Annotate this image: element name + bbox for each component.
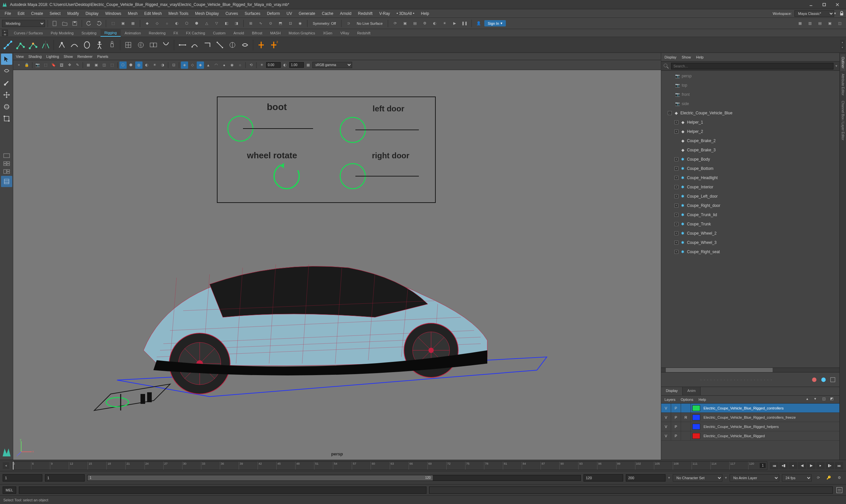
shelf-tab-sculpt[interactable]: Sculpting bbox=[78, 30, 101, 36]
menu-uv[interactable]: UV bbox=[283, 10, 295, 17]
ik-spline-icon[interactable] bbox=[68, 39, 80, 51]
exposure-icon[interactable]: ☀ bbox=[258, 61, 266, 69]
shelf-tab-mash[interactable]: MASH bbox=[266, 30, 285, 36]
mesh-wheel-2[interactable]: +✱Coupe_Wheel_2 bbox=[661, 229, 840, 238]
layout2-button[interactable] bbox=[1, 160, 12, 167]
shelf-tab-anim[interactable]: Animation bbox=[121, 30, 145, 36]
menu-3dtoall[interactable]: • 3DtoAll • bbox=[393, 10, 418, 17]
cb-icon1[interactable] bbox=[811, 376, 817, 383]
mask8-icon[interactable]: ▽ bbox=[212, 19, 221, 28]
camera-top[interactable]: 📷top bbox=[661, 80, 840, 90]
view-transform-icon[interactable]: ▦ bbox=[305, 61, 312, 69]
shelf-tab-arnold[interactable]: Arnold bbox=[230, 30, 248, 36]
aa-icon[interactable]: ▲ bbox=[205, 61, 212, 69]
live-surface-label[interactable]: No Live Surface bbox=[354, 21, 385, 25]
grid-icon[interactable]: ▦ bbox=[85, 61, 92, 69]
layer-row[interactable]: VPElectric_Coupe_Vehicle_Blue_Rigged bbox=[661, 431, 840, 440]
layer-vis-toggle[interactable]: V bbox=[661, 413, 671, 422]
charset-select[interactable]: No Character Set bbox=[673, 474, 722, 482]
layout1-button[interactable] bbox=[1, 152, 12, 159]
layer-playback-toggle[interactable]: P bbox=[671, 431, 681, 440]
panel-layout1-icon[interactable]: ▦ bbox=[796, 19, 804, 28]
helper-2[interactable]: +◆Helper_2 bbox=[661, 127, 840, 136]
next-key-button[interactable]: ▮▸ bbox=[826, 462, 834, 469]
step-back-button[interactable]: ◂ bbox=[789, 462, 797, 469]
menu-help[interactable]: Help bbox=[417, 10, 432, 17]
snap-view-icon[interactable]: ⊡ bbox=[286, 19, 294, 28]
nonlinear-icon[interactable] bbox=[160, 39, 172, 51]
undo-icon[interactable] bbox=[85, 19, 93, 28]
menu-generate[interactable]: Generate bbox=[295, 10, 318, 17]
menu-create[interactable]: Create bbox=[28, 10, 46, 17]
outliner-toggle[interactable] bbox=[1, 176, 12, 187]
search-caret-icon[interactable]: ▾ bbox=[835, 64, 838, 68]
vp-menu-shading[interactable]: Shading bbox=[29, 55, 42, 58]
lights-icon[interactable]: ☀ bbox=[151, 61, 158, 69]
layer-vis-toggle[interactable]: V bbox=[661, 403, 671, 412]
end-outer-input[interactable] bbox=[626, 474, 666, 482]
snap-live-icon[interactable]: ◉ bbox=[296, 19, 305, 28]
blendshape-icon[interactable] bbox=[147, 39, 159, 51]
constraint3-icon[interactable] bbox=[201, 39, 213, 51]
shelf-side-buttons[interactable]: ▸⚙ bbox=[2, 30, 8, 36]
layer-add-selected-icon[interactable]: ◩ bbox=[830, 397, 836, 402]
xray-icon[interactable]: ◈ bbox=[181, 61, 188, 69]
start-outer-input[interactable] bbox=[3, 474, 42, 482]
layer-color-swatch[interactable] bbox=[692, 414, 700, 420]
animlayer-select[interactable]: No Anim Layer bbox=[730, 474, 779, 482]
history-icon[interactable]: ⟳ bbox=[391, 19, 399, 28]
humanik-icon[interactable] bbox=[93, 39, 106, 51]
brake-3[interactable]: ◆Coupe_Brake_3 bbox=[661, 145, 840, 155]
shelf-tab-redshift[interactable]: Redshift bbox=[353, 30, 374, 36]
sel-hierarchy-icon[interactable]: ⬚ bbox=[109, 19, 118, 28]
layer-menu-help[interactable]: Help bbox=[699, 398, 706, 401]
menu-modify[interactable]: Modify bbox=[64, 10, 82, 17]
layer-color-swatch[interactable] bbox=[692, 405, 700, 411]
shelf-tab-vray[interactable]: VRay bbox=[336, 30, 353, 36]
render-settings-icon[interactable]: ⚙ bbox=[420, 19, 429, 28]
sel-object-icon[interactable]: ▣ bbox=[119, 19, 127, 28]
constraint6-icon[interactable] bbox=[239, 39, 251, 51]
shelf-tab-xgen[interactable]: XGen bbox=[319, 30, 336, 36]
move-tool[interactable] bbox=[1, 89, 12, 101]
menu-edit-mesh[interactable]: Edit Mesh bbox=[141, 10, 165, 17]
pose2-icon[interactable]: 2 bbox=[268, 39, 280, 51]
menu-mesh[interactable]: Mesh bbox=[125, 10, 141, 17]
mask6-icon[interactable]: ⬢ bbox=[193, 19, 201, 28]
mesh-right-seat[interactable]: +✱Coupe_Right_seat bbox=[661, 247, 840, 256]
range-caret1-icon[interactable]: ▾ bbox=[668, 475, 670, 480]
layer-row[interactable]: VPRElectric_Coupe_Vehicle_Blue_Rigged_co… bbox=[661, 413, 840, 422]
mask4-icon[interactable]: ◐ bbox=[173, 19, 181, 28]
ik-handle-icon[interactable] bbox=[56, 39, 68, 51]
grease-icon[interactable]: ✎ bbox=[74, 61, 81, 69]
panel-layout4-icon[interactable]: ▣ bbox=[826, 19, 834, 28]
bookmark2-icon[interactable]: ⬚ bbox=[42, 61, 49, 69]
menu-mesh-display[interactable]: Mesh Display bbox=[192, 10, 222, 17]
script-editor-icon[interactable] bbox=[835, 486, 843, 494]
menu-windows[interactable]: Windows bbox=[102, 10, 125, 17]
isolate-icon[interactable]: ⊡ bbox=[170, 61, 177, 69]
mesh-left-door[interactable]: +✱Coupe_Left_door bbox=[661, 192, 840, 201]
outliner-menu-display[interactable]: Display bbox=[665, 55, 677, 59]
expand-icon[interactable]: + bbox=[674, 120, 678, 124]
shelf-tab-mograph[interactable]: Motion Graphics bbox=[285, 30, 319, 36]
constraint4-icon[interactable] bbox=[214, 39, 226, 51]
step-forward-button[interactable]: ▸ bbox=[816, 462, 825, 469]
wheel-rotate-control[interactable] bbox=[274, 163, 299, 189]
shelf-tab-curves[interactable]: Curves / Surfaces bbox=[10, 30, 47, 36]
script-language[interactable]: MEL bbox=[3, 486, 16, 494]
panel-layout5-icon[interactable]: ◫ bbox=[835, 19, 844, 28]
shadows-icon[interactable]: ◑ bbox=[159, 61, 166, 69]
vp-menu-lighting[interactable]: Lighting bbox=[46, 55, 59, 58]
layer-playback-toggle[interactable]: P bbox=[671, 403, 681, 412]
layer-ref-toggle[interactable] bbox=[681, 431, 691, 440]
light-icon[interactable]: ☀ bbox=[440, 19, 449, 28]
menu-display[interactable]: Display bbox=[82, 10, 102, 17]
minimize-button[interactable] bbox=[804, 1, 817, 8]
shelf-tab-fx[interactable]: FX bbox=[169, 30, 182, 36]
panel-layout2-icon[interactable]: ▥ bbox=[806, 19, 814, 28]
vp-menu-panels[interactable]: Panels bbox=[97, 55, 108, 58]
mesh-trunk[interactable]: +✱Coupe_Trunk bbox=[661, 219, 840, 229]
mask7-icon[interactable]: △ bbox=[202, 19, 211, 28]
lattice-icon[interactable] bbox=[122, 39, 134, 51]
